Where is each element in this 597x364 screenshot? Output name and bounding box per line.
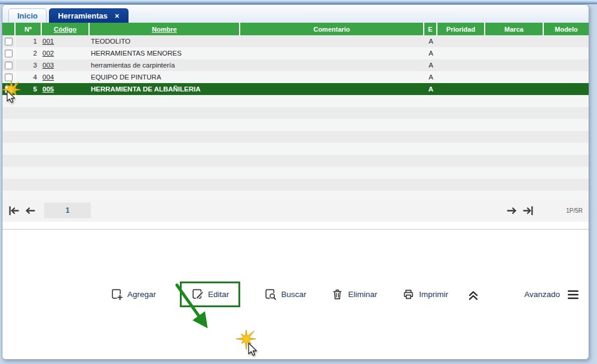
row-number: 3	[16, 59, 42, 71]
row-number: 2	[16, 47, 42, 59]
nombre-cell: herramientas de carpintería	[90, 59, 240, 71]
imprimir-button[interactable]: Imprimir	[401, 287, 449, 302]
avanzado-label[interactable]: Avanzado	[524, 290, 560, 299]
marca-cell	[485, 71, 544, 83]
table-row-selected[interactable]: 5 005 HERRAMIENTA DE ALBAÑILERIA A	[2, 83, 589, 95]
estado-cell: A	[424, 35, 437, 47]
nombre-cell: HERRAMIENTA DE ALBAÑILERIA	[90, 83, 240, 95]
current-page-box[interactable]: 1	[44, 203, 91, 218]
hamburger-menu-icon[interactable]	[566, 288, 580, 301]
search-square-icon	[264, 288, 277, 301]
table-row[interactable]: 4 004 EQUIPO DE PINTURA A	[2, 71, 589, 83]
column-header-marca[interactable]: Marca	[485, 23, 544, 35]
column-header-numero[interactable]: Nº	[16, 23, 42, 35]
tab-bar: Inicio Herramientas ×	[2, 5, 589, 23]
editar-button[interactable]: Editar	[190, 287, 230, 302]
agregar-button[interactable]: Agregar	[109, 287, 157, 302]
add-square-icon	[111, 288, 123, 301]
column-header-modelo[interactable]: Modelo	[544, 23, 589, 35]
last-page-icon	[522, 206, 534, 216]
estado-cell: A	[424, 47, 437, 59]
comentario-cell	[240, 59, 424, 71]
marca-cell	[485, 59, 544, 71]
codigo-link[interactable]: 003	[42, 62, 54, 69]
marca-cell	[485, 83, 544, 95]
codigo-link[interactable]: 002	[42, 50, 54, 57]
prev-page-icon	[25, 206, 36, 216]
tab-herramientas-label: Herramientas	[58, 11, 108, 20]
comentario-cell	[240, 47, 424, 59]
collapse-toolbar-button[interactable]	[465, 287, 482, 302]
tab-inicio-label: Inicio	[17, 11, 38, 20]
edit-square-icon	[191, 288, 204, 301]
codigo-link[interactable]: 005	[42, 85, 54, 93]
row-checkbox-cell	[2, 59, 16, 71]
comentario-cell	[240, 35, 424, 47]
next-page-button[interactable]	[505, 204, 518, 216]
prioridad-cell	[437, 83, 485, 95]
table-body: 1 001 TEODOLITO A 2 002 HERRAMIENTAS MEN…	[2, 35, 589, 199]
comentario-cell	[240, 71, 424, 83]
empty-rows-area	[2, 95, 589, 199]
column-header-codigo[interactable]: Código	[42, 23, 90, 35]
row-checkbox[interactable]	[5, 74, 13, 81]
nombre-cell: TEODOLITO	[90, 35, 240, 47]
column-header-nombre[interactable]: Nombre	[90, 23, 240, 35]
first-page-icon	[8, 206, 20, 216]
marca-cell	[485, 47, 544, 59]
row-number: 4	[16, 71, 42, 83]
marca-cell	[485, 35, 544, 47]
row-checkbox-cell	[2, 35, 16, 47]
chevron-double-up-icon	[466, 288, 480, 301]
row-checkbox-cell	[2, 83, 16, 95]
column-header-comentario[interactable]: Comentario	[240, 23, 424, 35]
estado-cell: A	[424, 59, 437, 71]
main-panel: Inicio Herramientas × Nº Código Nombre C…	[2, 4, 589, 360]
table-row[interactable]: 3 003 herramientas de carpintería A	[2, 59, 589, 71]
table-row[interactable]: 1 001 TEODOLITO A	[2, 35, 589, 47]
page-row-count: 1P/5R	[566, 207, 583, 214]
buscar-button[interactable]: Buscar	[263, 287, 307, 302]
row-checkbox[interactable]	[5, 38, 13, 45]
modelo-cell	[544, 47, 589, 59]
nombre-cell: HERRAMIENTAS MENORES	[90, 47, 240, 59]
next-page-icon	[506, 206, 518, 216]
estado-cell: A	[424, 83, 437, 95]
codigo-link[interactable]: 001	[42, 38, 54, 45]
editar-highlight-rectangle: Editar	[180, 282, 240, 307]
row-number: 1	[16, 35, 42, 47]
modelo-cell	[544, 83, 589, 95]
modelo-cell	[544, 35, 589, 47]
comentario-cell	[240, 83, 424, 95]
tab-inicio[interactable]: Inicio	[8, 8, 47, 23]
close-tab-icon[interactable]: ×	[115, 12, 120, 20]
divider	[2, 222, 589, 229]
last-page-button[interactable]	[522, 204, 535, 216]
table-row[interactable]: 2 002 HERRAMIENTAS MENORES A	[2, 47, 589, 59]
row-checkbox[interactable]	[5, 62, 13, 69]
first-page-button[interactable]	[7, 204, 20, 216]
codigo-link[interactable]: 004	[42, 74, 54, 81]
nombre-cell: EQUIPO DE PINTURA	[90, 71, 240, 83]
window-top-edge	[0, 0, 597, 4]
prev-page-button[interactable]	[24, 204, 37, 216]
modelo-cell	[544, 59, 589, 71]
column-header-prioridad[interactable]: Prioridad	[437, 23, 485, 35]
modelo-cell	[544, 71, 589, 83]
tab-herramientas[interactable]: Herramientas ×	[49, 8, 128, 23]
estado-cell: A	[424, 71, 437, 83]
printer-icon	[402, 288, 415, 301]
prioridad-cell	[437, 59, 485, 71]
trash-icon	[331, 288, 344, 301]
row-checkbox[interactable]	[5, 50, 13, 57]
action-toolbar: Agregar Editar	[2, 229, 589, 359]
row-number: 5	[16, 83, 42, 95]
pagination-bar: 1 1P/5R	[2, 199, 589, 222]
prioridad-cell	[437, 71, 485, 83]
column-header-select	[2, 23, 16, 35]
row-checkbox-cell	[2, 71, 16, 83]
column-header-e[interactable]: E	[424, 23, 437, 35]
prioridad-cell	[437, 47, 485, 59]
eliminar-button[interactable]: Eliminar	[330, 287, 378, 302]
row-checkbox[interactable]	[5, 85, 13, 93]
